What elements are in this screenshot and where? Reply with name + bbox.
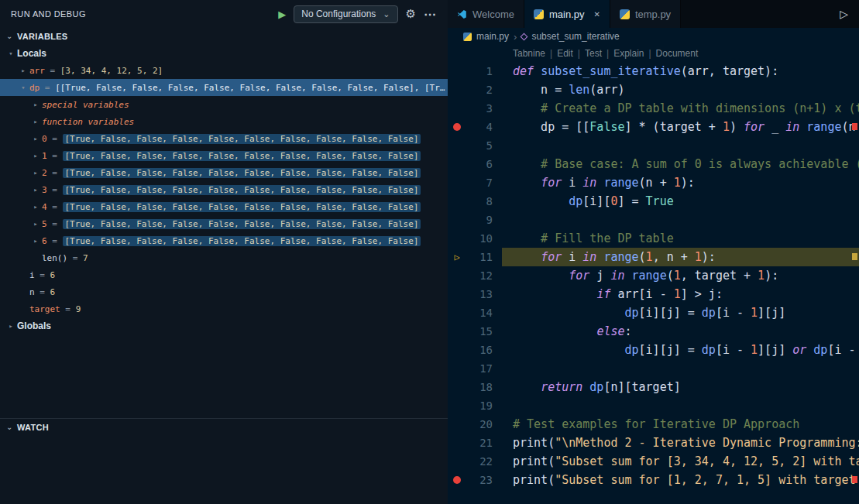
variable-row-0[interactable]: ▸0 = [True, False, False, False, False, … xyxy=(0,130,448,147)
variable-row-4[interactable]: ▸4 = [True, False, False, False, False, … xyxy=(0,198,448,215)
gutter[interactable]: ▷11 xyxy=(448,248,502,266)
breakpoint-slot[interactable] xyxy=(448,341,466,359)
variable-row-6[interactable]: ▸6 = [True, False, False, False, False, … xyxy=(0,232,448,249)
codelens-tabnine[interactable]: Tabnine xyxy=(513,48,545,59)
variable-row-Globals[interactable]: ▸Globals xyxy=(0,317,448,334)
code-text[interactable]: # Fill the DP table xyxy=(502,229,859,248)
gutter[interactable]: 5 xyxy=(448,136,502,155)
gutter[interactable]: 16 xyxy=(448,341,502,359)
breakpoint-slot[interactable] xyxy=(448,434,466,452)
code-text[interactable]: print("Subset sum for [1, 2, 7, 1, 5] wi… xyxy=(502,471,859,489)
chevron-down-icon[interactable]: ▾ xyxy=(17,84,29,91)
gutter[interactable]: 4 xyxy=(448,118,502,136)
variable-row-n[interactable]: n = 6 xyxy=(0,283,448,300)
gutter[interactable]: 7 xyxy=(448,173,502,192)
breakpoint-slot[interactable] xyxy=(448,99,466,118)
variable-row-3[interactable]: ▸3 = [True, False, False, False, False, … xyxy=(0,181,448,198)
gutter[interactable]: 9 xyxy=(448,211,502,229)
variable-row-arr[interactable]: ▸arr = [3, 34, 4, 12, 5, 2] xyxy=(0,62,448,79)
tab-temp.py[interactable]: temp.py xyxy=(610,0,681,28)
breakpoint-slot[interactable] xyxy=(448,118,466,136)
variable-row-len-[interactable]: len() = 7 xyxy=(0,249,448,266)
variable-row-i[interactable]: i = 6 xyxy=(0,266,448,283)
breakpoint-slot[interactable] xyxy=(448,62,466,81)
tab-Welcome[interactable]: Welcome xyxy=(448,0,524,28)
gear-icon[interactable]: ⚙ xyxy=(406,7,416,21)
code-text[interactable]: print("Subset sum for [3, 34, 4, 12, 5, … xyxy=(502,452,859,471)
breakpoint-slot[interactable] xyxy=(448,173,466,192)
breakpoint-slot[interactable] xyxy=(448,303,466,322)
codelens-edit[interactable]: Edit xyxy=(557,48,573,59)
chevron-right-icon[interactable]: ▸ xyxy=(29,220,42,228)
breakpoint-slot[interactable] xyxy=(448,155,466,173)
code-text[interactable] xyxy=(502,211,859,229)
code-text[interactable]: for i in range(n + 1): xyxy=(502,173,859,192)
code-text[interactable]: # Base case: A sum of 0 is always achiev… xyxy=(502,155,859,173)
breakpoint-icon[interactable] xyxy=(453,476,461,484)
variable-row-2[interactable]: ▸2 = [True, False, False, False, False, … xyxy=(0,164,448,181)
chevron-right-icon[interactable]: ▸ xyxy=(29,152,42,159)
breakpoint-slot[interactable] xyxy=(448,452,466,471)
breakpoint-slot[interactable] xyxy=(448,396,466,415)
variable-row-5[interactable]: ▸5 = [True, False, False, False, False, … xyxy=(0,215,448,232)
code-text[interactable]: dp[i][j] = dp[i - 1][j] xyxy=(502,303,859,322)
codelens-document[interactable]: Document xyxy=(656,48,699,59)
gutter[interactable]: 18 xyxy=(448,378,502,396)
code-text[interactable] xyxy=(502,396,859,415)
code-text[interactable]: def subset_sum_iterative(arr, target): xyxy=(502,62,859,81)
variables-section-header[interactable]: ⌄ VARIABLES xyxy=(0,28,448,45)
code-text[interactable]: # Test examples for Iterative DP Approac… xyxy=(502,415,859,434)
gutter[interactable]: 15 xyxy=(448,322,502,341)
codelens-test[interactable]: Test xyxy=(585,48,602,59)
breakpoint-slot[interactable] xyxy=(448,266,466,285)
gutter[interactable]: 21 xyxy=(448,434,502,452)
gutter[interactable]: 20 xyxy=(448,415,502,434)
start-debugging-icon[interactable]: ▶ xyxy=(278,9,286,20)
code-text[interactable]: n = len(arr) xyxy=(502,81,859,99)
code-text[interactable]: for i in range(1, n + 1): xyxy=(502,248,859,266)
chevron-right-icon[interactable]: ▸ xyxy=(29,135,42,142)
breakpoint-slot[interactable] xyxy=(448,322,466,341)
code-text[interactable]: print("\nMethod 2 - Iterative Dynamic Pr… xyxy=(502,434,859,452)
breakpoint-slot[interactable] xyxy=(448,415,466,434)
breakpoint-slot[interactable] xyxy=(448,471,466,489)
chevron-down-icon[interactable]: ▾ xyxy=(5,50,17,57)
more-actions-icon[interactable]: ⋯ xyxy=(424,7,437,22)
variable-row-Locals[interactable]: ▾Locals xyxy=(0,45,448,62)
chevron-right-icon[interactable]: ▸ xyxy=(29,186,42,194)
breadcrumb-file[interactable]: main.py xyxy=(476,31,509,42)
code-text[interactable] xyxy=(502,136,859,155)
chevron-right-icon[interactable]: ▸ xyxy=(17,67,29,74)
run-python-file-icon[interactable]: ▷ xyxy=(840,8,848,20)
code-text[interactable] xyxy=(502,359,859,378)
watch-section-header[interactable]: ⌄ WATCH xyxy=(0,419,448,436)
gutter[interactable]: 19 xyxy=(448,396,502,415)
code-text[interactable]: dp = [[False] * (target + 1) for _ in ra… xyxy=(502,118,859,136)
gutter[interactable]: 12 xyxy=(448,266,502,285)
chevron-right-icon[interactable]: ▸ xyxy=(29,169,42,177)
breakpoint-icon[interactable] xyxy=(453,123,461,131)
variable-row-dp[interactable]: ▾dp = [[True, False, False, False, False… xyxy=(0,79,448,96)
chevron-right-icon[interactable]: ▸ xyxy=(29,203,42,211)
breakpoint-slot[interactable] xyxy=(448,378,466,396)
close-icon[interactable]: ✕ xyxy=(593,10,600,19)
chevron-right-icon[interactable]: ▸ xyxy=(29,118,42,125)
code-text[interactable]: dp[i][j] = dp[i - 1][j] or dp[i - 1][j -… xyxy=(502,341,859,359)
gutter[interactable]: 22 xyxy=(448,452,502,471)
code-text[interactable]: return dp[n][target] xyxy=(502,378,859,396)
code-text[interactable]: dp[i][0] = True xyxy=(502,192,859,211)
gutter[interactable]: 6 xyxy=(448,155,502,173)
codelens-explain[interactable]: Explain xyxy=(613,48,644,59)
breakpoint-slot[interactable] xyxy=(448,211,466,229)
gutter[interactable]: 1 xyxy=(448,62,502,81)
breakpoint-slot[interactable] xyxy=(448,81,466,99)
breakpoint-slot[interactable]: ▷ xyxy=(448,248,466,266)
chevron-right-icon[interactable]: ▸ xyxy=(5,322,17,330)
gutter[interactable]: 13 xyxy=(448,285,502,303)
variable-row-special-variables[interactable]: ▸special variables xyxy=(0,96,448,113)
gutter[interactable]: 3 xyxy=(448,99,502,118)
gutter[interactable]: 23 xyxy=(448,471,502,489)
code-text[interactable]: # Create a DP table with dimensions (n+1… xyxy=(502,99,859,118)
gutter[interactable]: 10 xyxy=(448,229,502,248)
debug-config-dropdown[interactable]: No Configurations ⌄ xyxy=(294,5,397,23)
